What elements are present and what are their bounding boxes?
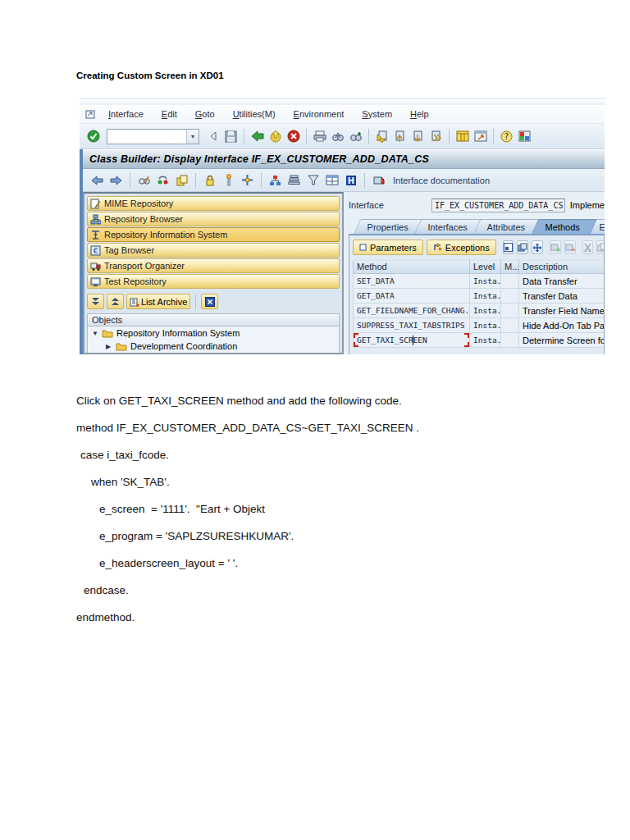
transport-organizer-icon <box>90 261 101 272</box>
customize-layout-icon[interactable] <box>517 129 532 144</box>
next-page-icon[interactable] <box>410 129 426 144</box>
folder-icon <box>116 342 127 351</box>
col-level[interactable]: Level <box>470 260 501 274</box>
lock-icon[interactable] <box>202 172 217 188</box>
parameters-button[interactable]: Parameters <box>353 240 423 255</box>
method-row-get-fieldname[interactable]: GET_FIELDNAME_FOR_CHANG.. Insta.. Transf… <box>354 304 605 318</box>
swap-rows-icon[interactable] <box>532 240 543 254</box>
close-panel-icon[interactable] <box>201 294 218 309</box>
code-line: e_screen = '1111'. "Eart + Objekt <box>76 503 419 516</box>
editor-tabs: Properties Interfaces Attributes Methods… <box>349 218 605 235</box>
interface-doc-icon[interactable] <box>371 172 386 188</box>
table-settings-icon[interactable] <box>324 172 340 188</box>
sap-title: Class Builder: Display Interface IF_EX_C… <box>89 153 429 165</box>
method-row-suppress-taxi-tabstrips[interactable]: SUPPRESS_TAXI_TABSTRIPS Insta.. Hide Add… <box>354 318 605 333</box>
print-icon[interactable] <box>312 129 327 144</box>
find-next-icon[interactable] <box>348 129 363 144</box>
exceptions-icon <box>433 243 442 252</box>
shortcut-icon[interactable] <box>472 129 488 144</box>
activate-icon[interactable] <box>221 172 236 188</box>
collapse-icon[interactable] <box>205 129 221 144</box>
refresh-icon[interactable] <box>155 172 171 188</box>
method-row-set-data[interactable]: SET_DATA Insta.. Data Transfer <box>354 274 605 289</box>
col-description[interactable]: Description <box>519 260 605 274</box>
prev-object-icon[interactable] <box>89 172 105 188</box>
method-row-get-taxi-screen[interactable]: GET_TAXI_SCREEN Insta.. <box>354 333 605 348</box>
interface-documentation-link[interactable]: Interface documentation <box>393 176 490 185</box>
scroll-up-icon[interactable] <box>107 294 124 309</box>
system-menu-icon[interactable] <box>83 107 98 122</box>
table-select-icon[interactable] <box>503 240 514 254</box>
nav-repository-information-system[interactable]: Repository Information System <box>87 227 340 242</box>
nav-test-repository[interactable]: Test Repository <box>87 274 340 289</box>
menu-edit[interactable]: Edit <box>153 107 185 121</box>
exceptions-button[interactable]: Exceptions <box>427 240 496 255</box>
table-copy-icon[interactable] <box>517 240 528 254</box>
menu-system[interactable]: System <box>354 107 400 121</box>
next-object-icon[interactable] <box>108 172 124 188</box>
cut-icon[interactable] <box>582 240 593 254</box>
prev-page-icon[interactable] <box>392 129 408 144</box>
repository-browser-icon <box>90 214 101 225</box>
tree-expanded-icon[interactable]: ▼ <box>92 330 98 337</box>
documentation-icon[interactable]: H <box>343 172 358 188</box>
col-m[interactable]: M... <box>501 260 519 274</box>
insert-row-icon[interactable] <box>550 240 561 254</box>
col-method[interactable]: Method <box>354 260 470 274</box>
test-repository-icon <box>90 276 101 287</box>
folder-icon <box>102 329 113 338</box>
code-line: e_headerscreen_layout = ' '. <box>76 557 419 570</box>
navigator-toolbar: List Archive <box>87 294 340 309</box>
menu-utilities[interactable]: Utilities(M) <box>225 107 284 121</box>
sort-icon[interactable] <box>286 172 302 188</box>
repository-infosystem-icon <box>90 230 101 240</box>
copy-icon[interactable] <box>596 240 605 254</box>
list-archive-button[interactable]: List Archive <box>126 294 190 309</box>
command-input[interactable] <box>107 130 186 143</box>
save-icon[interactable] <box>223 129 239 144</box>
last-page-icon[interactable] <box>428 129 444 144</box>
copy-object-icon[interactable] <box>174 172 189 188</box>
text-cursor <box>413 336 413 345</box>
selected-method-cell: GET_TAXI_SCREEN <box>354 333 470 348</box>
nav-repository-browser[interactable]: Repository Browser <box>87 212 340 226</box>
first-page-icon[interactable] <box>374 129 390 144</box>
filter-icon[interactable] <box>305 172 321 188</box>
methods-header-row: Method Level M... Description <box>354 260 605 274</box>
navigator-panel: MIME Repository Repository Browser Repos… <box>83 192 344 354</box>
nav-mime-repository[interactable]: MIME Repository <box>87 196 340 211</box>
menu-goto[interactable]: Goto <box>187 107 223 121</box>
application-toolbar: H Interface documentation <box>83 169 605 192</box>
back-icon[interactable] <box>249 129 265 144</box>
object-list-icon[interactable] <box>267 172 283 188</box>
interface-name-field[interactable]: IF_EX_CUSTOMER_ADD_DATA_CS <box>431 199 565 212</box>
instruction-line: Click on GET_TAXI_SCREEN method and add … <box>76 395 419 408</box>
cancel-icon[interactable] <box>285 129 301 144</box>
delete-row-icon[interactable] <box>564 240 576 254</box>
display-change-icon[interactable] <box>136 172 152 188</box>
nav-tag-browser[interactable]: € Tag Browser <box>87 243 340 258</box>
menu-environment[interactable]: Environment <box>285 107 353 121</box>
where-used-icon[interactable] <box>240 172 255 188</box>
method-row-get-data[interactable]: GET_DATA Insta.. Transfer Data <box>354 289 605 304</box>
new-session-icon[interactable] <box>454 129 470 144</box>
scroll-down-icon[interactable] <box>87 294 104 309</box>
interface-row: Interface IF_EX_CUSTOMER_ADD_DATA_CS Imp… <box>349 197 605 213</box>
selection-corner <box>464 342 469 347</box>
nav-transport-organizer[interactable]: Transport Organizer <box>87 258 340 273</box>
help-icon[interactable]: ? <box>499 129 514 144</box>
menu-interface[interactable]: Interface <box>100 107 152 121</box>
menu-help[interactable]: Help <box>402 107 437 121</box>
command-dropdown-icon[interactable]: ▼ <box>186 130 199 144</box>
tree-collapsed-icon[interactable]: ▶ <box>106 343 112 350</box>
exit-icon[interactable] <box>267 129 283 144</box>
enter-icon[interactable] <box>85 129 101 144</box>
mime-repository-icon <box>90 199 101 209</box>
sap-window-body: Class Builder: Display Interface IF_EX_C… <box>80 149 605 354</box>
find-icon[interactable] <box>330 129 345 144</box>
command-field-wrap: ▼ <box>107 129 199 144</box>
tab-methods[interactable]: Methods <box>532 219 597 234</box>
document-page: { "doc": { "heading": "Creating Custom S… <box>0 0 630 840</box>
tree-item-repository-information-system[interactable]: ▼ Repository Information System <box>88 326 339 340</box>
tree-item-development-coordination[interactable]: ▶ Development Coordination <box>88 340 339 353</box>
